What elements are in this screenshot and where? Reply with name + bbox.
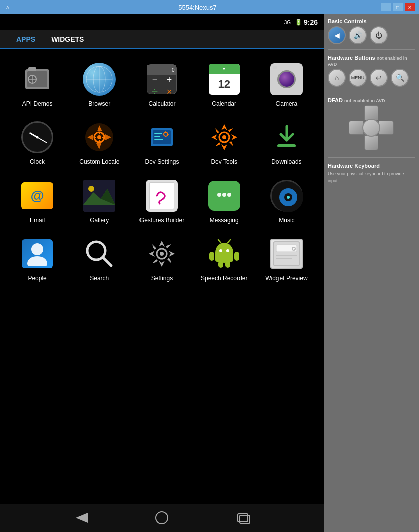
app-label-clock: Clock — [30, 158, 45, 165]
svg-rect-4 — [28, 67, 36, 71]
svg-point-39 — [222, 193, 226, 197]
app-item-custom-locale[interactable]: Custom Locale — [70, 115, 128, 169]
keyboard-note: Use your physical keyboard to provide in… — [328, 171, 415, 184]
back-hw-button2[interactable]: ↩ — [370, 69, 388, 87]
app-label-downloads: Downloads — [271, 158, 301, 165]
app-item-clock[interactable]: Clock — [8, 115, 66, 169]
battery-icon: 🔋 — [295, 19, 302, 26]
tabs-bar: APPS WIDGETS — [0, 30, 324, 49]
app-item-downloads[interactable]: Downloads — [257, 115, 316, 169]
app-label-calculator: Calculator — [148, 100, 175, 107]
svg-point-33 — [88, 186, 94, 192]
search-icon — [83, 238, 115, 270]
app-label-dev-tools: Dev Tools — [211, 158, 237, 165]
status-bar: 3G↑ 🔋 9:26 — [0, 14, 324, 30]
close-button[interactable]: ✕ — [405, 3, 415, 11]
tab-apps[interactable]: APPS — [8, 30, 43, 48]
app-item-email[interactable]: @ Email — [8, 173, 66, 228]
app-item-gallery[interactable]: Gallery — [70, 173, 128, 228]
svg-line-55 — [218, 240, 221, 243]
app-label-speech: Speech Recorder — [201, 275, 247, 282]
app-label-calendar: Calendar — [212, 100, 236, 107]
app-item-dev-tools[interactable]: Dev Tools — [195, 115, 253, 169]
divider-3 — [328, 157, 415, 158]
svg-point-46 — [27, 256, 47, 266]
calendar-icon: ▾ 12 — [209, 64, 240, 95]
app-item-camera[interactable]: Camera — [257, 57, 316, 111]
home-button[interactable] — [152, 508, 172, 528]
hw-buttons-section: Hardware Buttons not enabled in AVD ⌂ ME… — [328, 55, 415, 87]
dpad — [349, 105, 394, 150]
app-item-browser[interactable]: Browser — [70, 57, 128, 111]
dpad-center[interactable] — [362, 119, 380, 137]
app-item-speech[interactable]: Speech Recorder — [195, 232, 253, 286]
app-label-settings: Settings — [151, 275, 173, 282]
svg-point-40 — [227, 193, 231, 197]
dpad-container — [328, 105, 415, 150]
dpad-right[interactable] — [379, 121, 394, 135]
app-item-calculator[interactable]: 0 −+ ÷× Calculator — [132, 57, 191, 111]
app-item-calendar[interactable]: ▾ 12 Calendar — [195, 57, 253, 111]
title-bar: A 5554:Nexus7 — □ ✕ — [0, 0, 419, 14]
music-icon — [270, 180, 303, 212]
app-label-custom-locale: Custom Locale — [79, 158, 119, 165]
custom-locale-icon — [83, 121, 115, 153]
widget-preview-icon — [270, 239, 303, 269]
people-icon — [21, 238, 53, 270]
gestures-icon — [146, 180, 178, 212]
home-hw-button[interactable]: ⌂ — [328, 69, 346, 87]
speech-icon — [208, 238, 240, 270]
dev-settings-icon — [146, 121, 178, 153]
svg-text:A: A — [6, 5, 9, 10]
dev-tools-icon — [208, 121, 240, 153]
back-hw-button[interactable]: ◀ — [328, 26, 346, 44]
maximize-button[interactable]: □ — [393, 3, 403, 11]
app-item-music[interactable]: Music — [257, 173, 316, 228]
app-item-widget-preview[interactable]: Widget Preview — [257, 232, 316, 286]
time-display: 9:26 — [304, 18, 318, 26]
app-item-settings[interactable]: Settings — [132, 232, 191, 286]
app-item-messaging[interactable]: Messaging — [195, 173, 253, 228]
app-item-people[interactable]: People — [8, 232, 66, 286]
basic-controls-section: Basic Controls ◀ 🔊 ⏻ — [328, 18, 415, 44]
app-label-gallery: Gallery — [90, 217, 109, 224]
app-label-gestures: Gestures Builder — [139, 217, 184, 224]
svg-rect-60 — [225, 261, 230, 268]
app-item-dev-settings[interactable]: Dev Settings — [132, 115, 191, 169]
svg-rect-52 — [215, 252, 233, 262]
svg-rect-31 — [277, 144, 296, 147]
svg-line-48 — [103, 257, 111, 266]
app-item-gestures[interactable]: Gestures Builder — [132, 173, 191, 228]
svg-rect-59 — [218, 261, 223, 268]
basic-hw-buttons: ◀ 🔊 ⏻ — [328, 26, 415, 44]
app-item-api-demos[interactable]: API Demos — [8, 57, 66, 111]
power-button[interactable]: ⏻ — [370, 26, 388, 44]
app-label-camera: Camera — [276, 100, 298, 107]
dpad-down[interactable] — [364, 135, 378, 150]
status-icons: 3G↑ 🔋 9:26 — [284, 18, 318, 26]
window-title: 5554:Nexus7 — [14, 4, 381, 11]
app-grid: API Demos Browser — [0, 49, 324, 504]
app-label-email: Email — [30, 217, 45, 224]
dfad-note: not enabled in AVD — [344, 98, 385, 103]
app-label-music: Music — [278, 217, 294, 224]
back-button[interactable] — [71, 508, 91, 528]
browser-icon — [83, 63, 116, 96]
tab-widgets[interactable]: WIDGETS — [43, 30, 92, 48]
app-label-people: People — [28, 275, 46, 282]
volume-up-button[interactable]: 🔊 — [349, 26, 367, 44]
calculator-icon: 0 −+ ÷× — [147, 64, 177, 94]
secondary-hw-buttons: ⌂ MENU ↩ 🔍 — [328, 69, 415, 87]
dpad-up[interactable] — [364, 105, 378, 120]
search-hw-button[interactable]: 🔍 — [391, 69, 409, 87]
svg-point-45 — [31, 243, 43, 255]
minimize-button[interactable]: — — [381, 3, 391, 11]
hw-buttons-title: Hardware Buttons not enabled in AVD — [328, 55, 415, 67]
dpad-left[interactable] — [349, 121, 364, 135]
recent-apps-button[interactable] — [233, 508, 253, 528]
app-item-search[interactable]: Search — [70, 232, 128, 286]
clock-icon — [21, 121, 53, 153]
svg-rect-58 — [234, 252, 239, 261]
app-label-messaging: Messaging — [210, 217, 239, 224]
menu-hw-button[interactable]: MENU — [349, 69, 367, 87]
